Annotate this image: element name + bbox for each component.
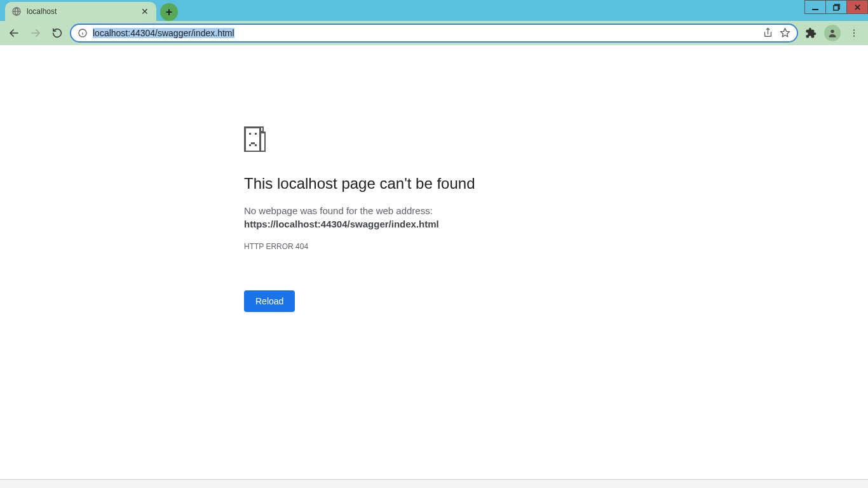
error-page: This localhost page can't be found No we… bbox=[244, 126, 625, 312]
omnibox-actions bbox=[763, 27, 790, 38]
window-titlebar: localhost ✕ + bbox=[0, 0, 868, 21]
sad-file-icon bbox=[244, 126, 266, 152]
svg-rect-12 bbox=[260, 127, 263, 132]
address-bar[interactable]: localhost:44304/swagger/index.html bbox=[70, 24, 798, 43]
browser-toolbar: localhost:44304/swagger/index.html bbox=[0, 21, 868, 45]
svg-rect-14 bbox=[255, 133, 257, 135]
taskbar-edge bbox=[0, 479, 868, 488]
error-title: This localhost page can't be found bbox=[244, 175, 625, 193]
error-code: HTTP ERROR 404 bbox=[244, 242, 625, 251]
browser-tab[interactable]: localhost ✕ bbox=[5, 2, 156, 21]
window-maximize-button[interactable] bbox=[825, 0, 847, 14]
svg-rect-10 bbox=[245, 127, 260, 151]
svg-rect-16 bbox=[251, 142, 255, 144]
page-content: This localhost page can't be found No we… bbox=[0, 45, 868, 479]
extensions-button[interactable] bbox=[802, 24, 820, 42]
bookmark-star-icon[interactable] bbox=[780, 27, 790, 38]
forward-button[interactable] bbox=[27, 24, 44, 42]
profile-avatar-icon bbox=[824, 25, 841, 41]
url-text[interactable]: localhost:44304/swagger/index.html bbox=[93, 28, 757, 38]
svg-rect-15 bbox=[249, 144, 251, 146]
svg-point-9 bbox=[853, 35, 855, 36]
site-info-icon[interactable] bbox=[78, 28, 88, 38]
svg-marker-5 bbox=[780, 28, 789, 36]
error-message: No webpage was found for the web address… bbox=[244, 205, 625, 216]
back-button[interactable] bbox=[5, 24, 23, 42]
svg-point-8 bbox=[853, 32, 855, 33]
window-controls bbox=[805, 0, 868, 14]
globe-icon bbox=[11, 6, 22, 17]
window-close-button[interactable] bbox=[846, 0, 868, 14]
svg-rect-11 bbox=[260, 132, 265, 151]
tab-title: localhost bbox=[27, 7, 135, 16]
profile-button[interactable] bbox=[824, 24, 841, 42]
svg-rect-1 bbox=[833, 5, 837, 10]
svg-point-7 bbox=[853, 29, 855, 30]
kebab-menu-button[interactable] bbox=[845, 24, 863, 42]
new-tab-button[interactable]: + bbox=[160, 3, 178, 21]
reload-button[interactable] bbox=[48, 24, 66, 42]
share-icon[interactable] bbox=[763, 27, 773, 38]
tab-close-icon[interactable]: ✕ bbox=[140, 6, 150, 17]
tab-strip: localhost ✕ + bbox=[0, 0, 178, 21]
plus-icon: + bbox=[166, 6, 173, 19]
svg-rect-17 bbox=[255, 144, 257, 146]
window-minimize-button[interactable] bbox=[804, 0, 826, 14]
error-url: https://localhost:44304/swagger/index.ht… bbox=[244, 219, 625, 229]
svg-point-6 bbox=[831, 29, 834, 32]
reload-page-button[interactable]: Reload bbox=[244, 290, 295, 312]
svg-rect-13 bbox=[249, 133, 251, 135]
